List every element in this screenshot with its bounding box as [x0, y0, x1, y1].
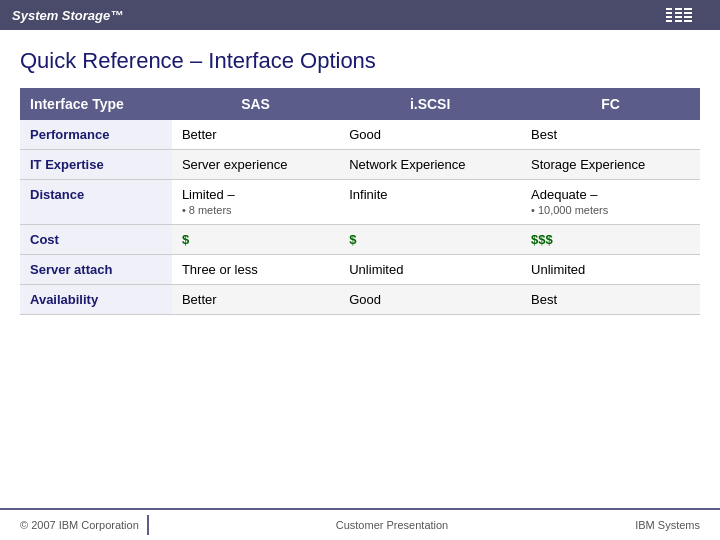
svg-rect-6 — [675, 16, 682, 18]
cell-cost-iscsi: $ — [339, 225, 521, 255]
cell-availability-iscsi: Good — [339, 285, 521, 315]
cell-cost-fc: $$$ — [521, 225, 700, 255]
table-row: Availability Better Good Best — [20, 285, 700, 315]
svg-rect-5 — [675, 12, 682, 14]
cell-availability-fc: Best — [521, 285, 700, 315]
row-label-server-attach: Server attach — [20, 255, 172, 285]
table-container: Interface Type SAS i.SCSI FC Performance… — [0, 88, 720, 315]
svg-rect-3 — [666, 20, 672, 22]
cell-expertise-fc: Storage Experience — [521, 150, 700, 180]
footer: © 2007 IBM Corporation Customer Presenta… — [0, 508, 720, 540]
table-row: IT Expertise Server experience Network E… — [20, 150, 700, 180]
footer-right: IBM Systems — [635, 519, 700, 531]
table-row: Cost $ $ $$$ — [20, 225, 700, 255]
cell-distance-fc-sub: • 10,000 meters — [531, 204, 608, 216]
cell-performance-iscsi: Good — [339, 120, 521, 150]
svg-rect-8 — [684, 8, 692, 10]
col-header-sas: SAS — [172, 88, 339, 120]
header-bar: System Storage™ — [0, 0, 720, 30]
svg-rect-9 — [684, 12, 692, 14]
cell-serverattach-iscsi: Unlimited — [339, 255, 521, 285]
cell-performance-sas: Better — [172, 120, 339, 150]
svg-rect-0 — [666, 8, 672, 10]
row-label-expertise: IT Expertise — [20, 150, 172, 180]
col-header-fc: FC — [521, 88, 700, 120]
cell-distance-sas-sub: • 8 meters — [182, 204, 232, 216]
cell-performance-fc: Best — [521, 120, 700, 150]
row-label-availability: Availability — [20, 285, 172, 315]
ibm-logo — [666, 6, 708, 24]
cell-serverattach-fc: Unlimited — [521, 255, 700, 285]
svg-rect-11 — [684, 20, 692, 22]
table-row: Distance Limited – • 8 meters Infinite A… — [20, 180, 700, 225]
header-title: System Storage™ — [12, 8, 123, 23]
footer-left: © 2007 IBM Corporation — [20, 515, 149, 535]
cell-distance-fc: Adequate – • 10,000 meters — [521, 180, 700, 225]
svg-rect-10 — [684, 16, 692, 18]
col-header-iscsi: i.SCSI — [339, 88, 521, 120]
cell-expertise-sas: Server experience — [172, 150, 339, 180]
table-header-row: Interface Type SAS i.SCSI FC — [20, 88, 700, 120]
cell-cost-sas: $ — [172, 225, 339, 255]
svg-rect-4 — [675, 8, 682, 10]
cell-availability-sas: Better — [172, 285, 339, 315]
comparison-table: Interface Type SAS i.SCSI FC Performance… — [20, 88, 700, 315]
cell-expertise-iscsi: Network Experience — [339, 150, 521, 180]
col-header-type: Interface Type — [20, 88, 172, 120]
page-title: Quick Reference – Interface Options — [0, 30, 720, 88]
svg-rect-2 — [666, 16, 672, 18]
row-label-performance: Performance — [20, 120, 172, 150]
cell-distance-sas: Limited – • 8 meters — [172, 180, 339, 225]
svg-rect-1 — [666, 12, 672, 14]
svg-rect-7 — [675, 20, 682, 22]
footer-center: Customer Presentation — [336, 519, 449, 531]
table-row: Performance Better Good Best — [20, 120, 700, 150]
footer-copyright: © 2007 IBM Corporation — [20, 519, 139, 531]
row-label-distance: Distance — [20, 180, 172, 225]
cell-serverattach-sas: Three or less — [172, 255, 339, 285]
footer-divider — [147, 515, 149, 535]
row-label-cost: Cost — [20, 225, 172, 255]
table-row: Server attach Three or less Unlimited Un… — [20, 255, 700, 285]
ibm-logo-icon — [666, 6, 708, 24]
cell-distance-iscsi: Infinite — [339, 180, 521, 225]
